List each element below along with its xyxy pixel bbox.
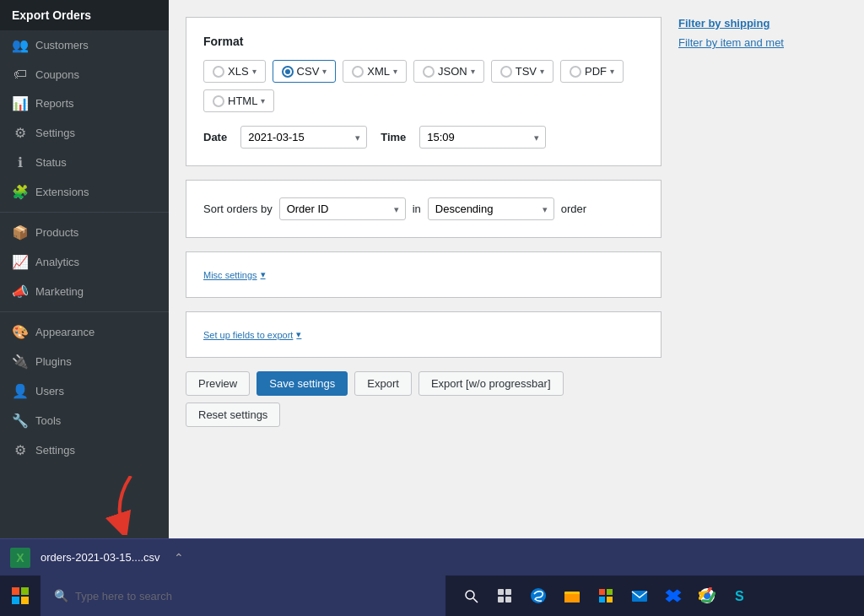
svg-rect-2 bbox=[12, 597, 19, 604]
svg-rect-15 bbox=[599, 597, 605, 602]
sidebar-item-tools[interactable]: 🔧 Tools bbox=[0, 406, 169, 435]
format-xls-btn[interactable]: XLS ▾ bbox=[203, 60, 266, 83]
csv-radio bbox=[282, 66, 294, 78]
svg-rect-14 bbox=[607, 589, 613, 595]
taskbar-icon-dropbox[interactable] bbox=[658, 581, 688, 611]
download-chevron-icon[interactable]: ⌃ bbox=[174, 551, 184, 565]
time-select-wrapper: 15:09 bbox=[419, 126, 546, 149]
taskbar-icon-search[interactable] bbox=[456, 581, 486, 611]
sidebar-divider-1 bbox=[0, 212, 169, 213]
taskbar-icon-chrome[interactable] bbox=[692, 581, 722, 611]
pdf-dropdown-icon: ▾ bbox=[610, 67, 614, 76]
taskbar-icon-edge[interactable] bbox=[523, 581, 554, 611]
download-file-icon: X bbox=[10, 548, 30, 568]
sidebar-label-extensions: Extensions bbox=[35, 186, 89, 198]
sidebar-item-analytics[interactable]: 📈 Analytics bbox=[0, 247, 169, 277]
sidebar-divider-2 bbox=[0, 311, 169, 312]
search-icon: 🔍 bbox=[54, 589, 68, 602]
sidebar-item-customers[interactable]: 👥 Customers bbox=[0, 30, 169, 60]
svg-rect-3 bbox=[21, 597, 29, 604]
sort-card: Sort orders by Order ID in Descending bbox=[186, 180, 662, 238]
datetime-row: Date 2021-03-15 Time 15:09 bbox=[203, 126, 644, 149]
xml-label: XML bbox=[367, 65, 390, 78]
sort-order-select[interactable]: Descending bbox=[428, 197, 554, 220]
format-xml-btn[interactable]: XML ▾ bbox=[343, 60, 407, 83]
sort-by-select[interactable]: Order ID bbox=[279, 197, 406, 220]
status-icon: ℹ bbox=[12, 154, 29, 170]
taskbar-icon-mail[interactable] bbox=[624, 581, 655, 611]
plugins-icon: 🔌 bbox=[12, 354, 29, 370]
sort-label: Sort orders by bbox=[203, 203, 273, 215]
sidebar-item-appearance[interactable]: 🎨 Appearance bbox=[0, 317, 169, 347]
html-label: HTML bbox=[228, 95, 257, 107]
taskbar-icon-file-explorer[interactable] bbox=[557, 581, 587, 611]
date-select[interactable]: 2021-03-15 bbox=[240, 126, 367, 149]
tsv-label: TSV bbox=[516, 65, 537, 78]
format-pdf-btn[interactable]: PDF ▾ bbox=[560, 60, 624, 83]
sidebar-item-status[interactable]: ℹ Status bbox=[0, 148, 169, 177]
sidebar-label-marketing: Marketing bbox=[35, 285, 84, 298]
format-csv-btn[interactable]: CSV ▾ bbox=[273, 60, 337, 83]
sidebar-item-products[interactable]: 📦 Products bbox=[0, 218, 169, 247]
users-icon: 👤 bbox=[12, 383, 29, 399]
taskbar-search-area[interactable]: 🔍 bbox=[40, 575, 446, 616]
save-settings-button[interactable]: Save settings bbox=[256, 371, 348, 396]
svg-rect-1 bbox=[21, 587, 29, 595]
sidebar-label-appearance: Appearance bbox=[35, 326, 94, 338]
sidebar-item-marketing[interactable]: 📣 Marketing bbox=[0, 277, 169, 306]
json-radio bbox=[423, 66, 435, 78]
svg-rect-8 bbox=[498, 597, 504, 602]
sidebar-label-status: Status bbox=[35, 156, 67, 169]
format-html-btn[interactable]: HTML ▾ bbox=[203, 89, 274, 112]
filter-shipping-link[interactable]: Filter by shipping bbox=[678, 17, 847, 30]
misc-settings-link[interactable]: Misc settings ▾ bbox=[203, 269, 644, 280]
filter-item-link[interactable]: Filter by item and met bbox=[678, 36, 847, 49]
download-filename: orders-2021-03-15....csv bbox=[40, 551, 160, 564]
taskbar-icons: S bbox=[446, 581, 766, 611]
html-dropdown-icon: ▾ bbox=[261, 96, 265, 105]
export-button[interactable]: Export bbox=[354, 371, 412, 396]
sidebar-header: Export Orders bbox=[0, 0, 169, 30]
sidebar-item-settings[interactable]: ⚙ Settings bbox=[0, 118, 169, 148]
sidebar-item-extensions[interactable]: 🧩 Extensions bbox=[0, 177, 169, 207]
format-tsv-btn[interactable]: TSV ▾ bbox=[491, 60, 554, 83]
reset-button[interactable]: Reset settings bbox=[186, 403, 280, 427]
bottom-area: X orders-2021-03-15....csv ⌃ 🔍 bbox=[0, 538, 864, 616]
preview-button[interactable]: Preview bbox=[186, 371, 250, 396]
taskbar-icon-task-view[interactable] bbox=[489, 581, 520, 611]
tools-icon: 🔧 bbox=[12, 413, 29, 429]
svg-rect-16 bbox=[607, 597, 613, 602]
time-select[interactable]: 15:09 bbox=[419, 126, 546, 149]
filter-panel: Filter by shipping Filter by item and me… bbox=[678, 17, 847, 521]
format-json-btn[interactable]: JSON ▾ bbox=[413, 60, 484, 83]
svg-rect-17 bbox=[632, 591, 647, 602]
xml-radio bbox=[352, 66, 364, 78]
start-button[interactable] bbox=[0, 575, 40, 616]
misc-settings-card: Misc settings ▾ bbox=[186, 251, 662, 298]
sidebar-item-reports[interactable]: 📊 Reports bbox=[0, 89, 169, 118]
taskbar-search-input[interactable] bbox=[75, 590, 432, 602]
json-dropdown-icon: ▾ bbox=[471, 67, 475, 76]
sidebar-label-plugins: Plugins bbox=[35, 355, 72, 368]
sort-order-wrapper: Descending bbox=[428, 197, 554, 220]
fields-card: Set up fields to export ▾ bbox=[186, 311, 662, 358]
csv-label: CSV bbox=[297, 65, 320, 78]
sidebar-item-users[interactable]: 👤 Users bbox=[0, 376, 169, 406]
taskbar-icon-store[interactable] bbox=[591, 581, 621, 611]
tsv-dropdown-icon: ▾ bbox=[540, 67, 544, 76]
xls-dropdown-icon: ▾ bbox=[252, 67, 256, 76]
download-bar: X orders-2021-03-15....csv ⌃ bbox=[0, 538, 864, 575]
reports-icon: 📊 bbox=[12, 95, 29, 111]
fields-link[interactable]: Set up fields to export ▾ bbox=[203, 329, 644, 340]
misc-settings-label: Misc settings bbox=[203, 270, 257, 280]
settings-icon: ⚙ bbox=[12, 125, 29, 141]
sidebar-label-settings: Settings bbox=[35, 127, 75, 139]
sidebar-item-plugins[interactable]: 🔌 Plugins bbox=[0, 347, 169, 376]
sidebar-item-settings2[interactable]: ⚙ Settings bbox=[0, 435, 169, 465]
taskbar-icon-extra[interactable]: S bbox=[726, 581, 756, 611]
sidebar-item-coupons[interactable]: 🏷 Coupons bbox=[0, 60, 169, 89]
export-no-progress-button[interactable]: Export [w/o progressbar] bbox=[418, 371, 564, 396]
xml-dropdown-icon: ▾ bbox=[393, 67, 397, 76]
sidebar-label-customers: Customers bbox=[35, 39, 89, 51]
sidebar-label-coupons: Coupons bbox=[35, 68, 79, 81]
